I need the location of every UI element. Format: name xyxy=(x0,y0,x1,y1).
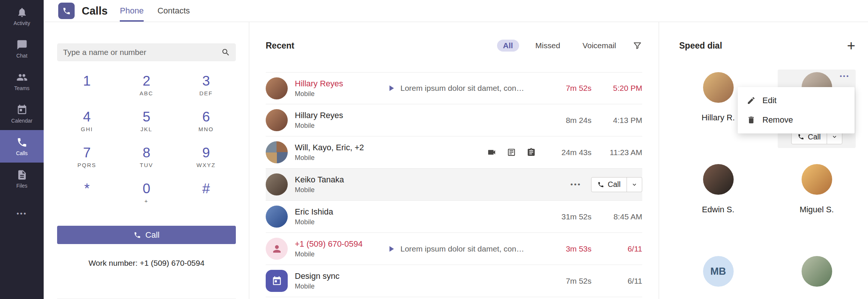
sidebar-item-activity[interactable]: Activity xyxy=(0,0,44,33)
key-8[interactable]: 8TUV xyxy=(117,144,177,180)
tab-contacts[interactable]: Contacts xyxy=(157,0,190,22)
call-button[interactable]: Call xyxy=(57,226,236,244)
key-4[interactable]: 4GHI xyxy=(57,108,117,144)
sidebar-item-calendar[interactable]: Calendar xyxy=(0,98,44,130)
meeting-avatar xyxy=(266,270,288,292)
calls-app-icon xyxy=(58,3,75,19)
row-call-button[interactable]: Call xyxy=(591,178,627,192)
call-type: Mobile xyxy=(295,186,386,194)
key-1[interactable]: 1 xyxy=(57,73,117,108)
key-7[interactable]: 7PQRS xyxy=(57,144,117,180)
call-row[interactable]: Hillary Reyes Mobile Lorem ipsum dolor s… xyxy=(266,72,642,104)
key-letters: PQRS xyxy=(78,162,97,169)
video-icon[interactable] xyxy=(487,148,496,157)
call-row[interactable]: +1 (509) 670-0594 Mobile Lorem ipsum dol… xyxy=(266,233,642,265)
call-time: 6/11 xyxy=(597,277,642,286)
meeting-artifacts xyxy=(487,148,536,157)
more-options-button[interactable]: ••• xyxy=(571,181,581,189)
speed-dial-contact[interactable] xyxy=(778,253,856,299)
dialpad-search xyxy=(57,43,236,61)
caller-name: +1 (509) 670-0594 xyxy=(295,239,386,249)
key-digit: 0 xyxy=(143,181,150,197)
key-letters: ABC xyxy=(140,90,153,97)
play-icon[interactable] xyxy=(386,244,396,254)
menu-item-label: Remove xyxy=(762,115,793,125)
call-time: 5:20 PM xyxy=(597,84,642,93)
call-type: Mobile xyxy=(295,122,386,130)
sidebar-item-files[interactable]: Files xyxy=(0,163,44,195)
filter-missed[interactable]: Missed xyxy=(530,40,566,52)
key-3[interactable]: 3DEF xyxy=(176,73,236,108)
filter-voicemail[interactable]: Voicemail xyxy=(577,40,622,52)
call-row[interactable]: Hillary Reyes Mobile 8m 24s 4:13 PM xyxy=(266,104,642,136)
filter-all[interactable]: All xyxy=(497,40,519,52)
contact-name: Hillary R. xyxy=(702,113,735,123)
call-type: Mobile xyxy=(295,250,386,258)
headset-person-icon xyxy=(271,243,282,255)
phone-icon xyxy=(16,137,28,148)
call-duration: 3m 53s xyxy=(552,244,591,253)
main-area: Calls Phone Contacts 1 2ABC 3DEF 4GHI 5J… xyxy=(44,0,868,299)
key-5[interactable]: 5JKL xyxy=(117,108,177,144)
sidebar-item-label: Calls xyxy=(16,150,28,156)
sidebar-item-calls[interactable]: Calls xyxy=(0,130,44,163)
key-6[interactable]: 6MNO xyxy=(176,108,236,144)
chat-icon xyxy=(16,39,28,50)
more-options-button[interactable]: ••• xyxy=(840,73,850,80)
play-icon[interactable] xyxy=(386,83,396,93)
key-star[interactable]: * xyxy=(57,180,117,216)
key-letters: MNO xyxy=(199,126,214,133)
key-0[interactable]: 0+ xyxy=(117,180,177,216)
key-2[interactable]: 2ABC xyxy=(117,73,177,108)
speed-dial-contact[interactable]: Edwin S. xyxy=(679,161,757,240)
speed-dial-contact[interactable]: MB xyxy=(679,253,757,299)
more-apps-button[interactable]: ••• xyxy=(0,210,44,218)
notes-icon[interactable] xyxy=(527,148,536,157)
call-button-label: Call xyxy=(146,230,160,240)
files-icon xyxy=(16,169,28,181)
call-duration: 7m 52s xyxy=(552,84,591,93)
avatar xyxy=(703,164,734,195)
call-type: Mobile xyxy=(295,154,386,162)
sidebar-item-chat[interactable]: Chat xyxy=(0,33,44,65)
tab-phone[interactable]: Phone xyxy=(120,0,144,22)
key-hash[interactable]: # xyxy=(176,180,236,216)
key-9[interactable]: 9WXYZ xyxy=(176,144,236,180)
key-digit: 7 xyxy=(83,145,91,161)
recent-filters: All Missed Voicemail xyxy=(497,40,642,52)
recent-call-list: Hillary Reyes Mobile Lorem ipsum dolor s… xyxy=(266,72,642,297)
bell-icon xyxy=(16,7,28,18)
key-digit: 9 xyxy=(202,145,210,161)
call-row[interactable]: Eric Ishida Mobile 31m 52s 8:45 AM xyxy=(266,201,642,233)
menu-item-edit[interactable]: Edit xyxy=(738,91,855,110)
transcript-icon[interactable] xyxy=(507,148,516,157)
add-speed-dial-button[interactable]: + xyxy=(847,40,855,51)
key-letters: WXYZ xyxy=(196,162,215,169)
phone-icon xyxy=(134,231,141,239)
search-input[interactable] xyxy=(57,43,236,61)
call-time: 4:13 PM xyxy=(597,116,642,125)
search-icon[interactable] xyxy=(221,48,230,57)
calendar-icon xyxy=(16,104,28,115)
call-row[interactable]: Keiko Tanaka Mobile ••• Call xyxy=(266,169,642,201)
caller-name: Design sync xyxy=(295,271,386,281)
speed-dial-contact[interactable]: Miguel S. xyxy=(778,161,856,240)
key-letters: JKL xyxy=(141,126,153,133)
caller-info: Will, Kayo, Eric, +2 Mobile xyxy=(295,143,386,162)
filter-funnel-icon[interactable] xyxy=(633,41,642,50)
call-duration: 8m 24s xyxy=(552,116,591,125)
teams-calls-app: Activity Chat Teams Calendar Calls Files… xyxy=(0,0,868,299)
speed-dial-context-menu: Edit Remove xyxy=(738,87,855,133)
sidebar-item-label: Calendar xyxy=(11,118,32,124)
sidebar-item-teams[interactable]: Teams xyxy=(0,65,44,98)
key-digit: 4 xyxy=(83,109,91,125)
caller-name: Eric Ishida xyxy=(295,207,386,217)
call-row[interactable]: Design sync Mobile 7m 52s 6/11 xyxy=(266,265,642,297)
row-call-split-button: Call xyxy=(591,177,642,192)
menu-item-remove[interactable]: Remove xyxy=(738,110,855,130)
calls-content: 1 2ABC 3DEF 4GHI 5JKL 6MNO 7PQRS 8TUV 9W… xyxy=(44,22,868,299)
call-options-dropdown[interactable] xyxy=(627,178,642,192)
call-row[interactable]: Will, Kayo, Eric, +2 Mobile 24m 43s 11:2… xyxy=(266,136,642,169)
phone-icon xyxy=(62,7,71,15)
call-duration: 31m 52s xyxy=(552,212,591,221)
